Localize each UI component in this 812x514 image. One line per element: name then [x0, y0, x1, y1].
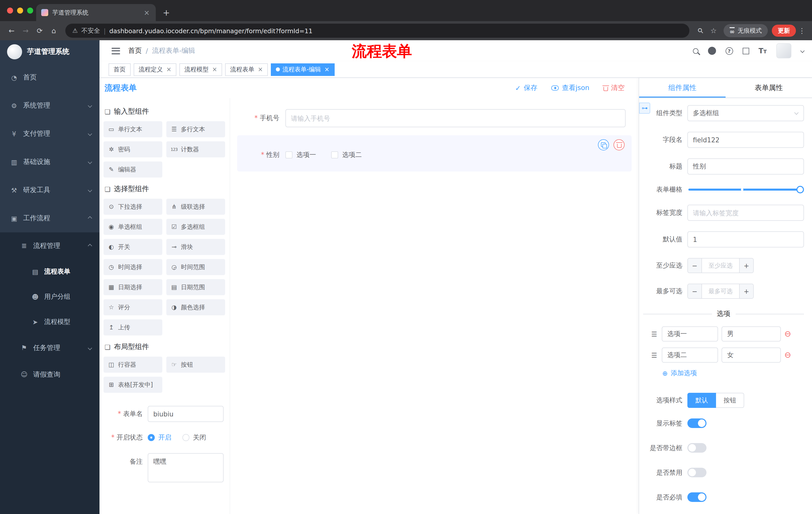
- browser-menu-icon[interactable]: ⋮: [797, 27, 807, 35]
- remove-option-icon[interactable]: ⊖: [784, 330, 791, 338]
- link-icon[interactable]: ⊶: [639, 103, 650, 114]
- address-bar[interactable]: ⚠ 不安全 | dashboard.yudao.iocoder.cn/bpm/m…: [65, 24, 689, 38]
- gender-option-1-checkbox[interactable]: 选项一: [285, 151, 316, 159]
- sidebar-item-user-group[interactable]: ☻ 用户分组: [0, 284, 99, 309]
- palette-item-cascader[interactable]: ⋔ 级联选择: [166, 199, 225, 215]
- browser-tab[interactable]: 芋道管理系统 ×: [36, 4, 156, 21]
- form-grid-slider[interactable]: [688, 189, 800, 191]
- new-tab-button[interactable]: +: [160, 6, 173, 19]
- palette-item-single-line-text[interactable]: ▭ 单行文本: [104, 121, 162, 137]
- remove-option-icon[interactable]: ⊖: [784, 351, 791, 359]
- palette-item-textarea[interactable]: ☰ 多行文本: [166, 121, 225, 137]
- tab-close-icon[interactable]: ×: [143, 8, 151, 17]
- sidebar-item-process-management[interactable]: ≣ 流程管理: [0, 232, 99, 259]
- search-icon[interactable]: [693, 48, 698, 54]
- help-icon[interactable]: ?: [725, 47, 733, 55]
- tag-process-definition[interactable]: 流程定义 ×: [134, 63, 176, 76]
- home-icon[interactable]: ⌂: [47, 24, 60, 37]
- sidebar-item-dev-tools[interactable]: ⚒ 研发工具: [0, 176, 99, 204]
- form-name-input[interactable]: [148, 406, 224, 422]
- tag-close-icon[interactable]: ×: [212, 66, 217, 73]
- sidebar-item-leave-query[interactable]: ☺ 请假查询: [0, 361, 99, 388]
- option-2-value-input[interactable]: [722, 348, 781, 362]
- palette-item-date-range[interactable]: ▤ 日期范围: [166, 279, 225, 295]
- style-button-button[interactable]: 按钮: [716, 393, 744, 408]
- user-avatar[interactable]: [776, 43, 791, 58]
- option-1-value-input[interactable]: [722, 326, 781, 342]
- form-remark-textarea[interactable]: 嘿嘿: [148, 453, 224, 482]
- sidebar-item-task-management[interactable]: ⚑ 任务管理: [0, 334, 99, 361]
- decrease-icon[interactable]: −: [688, 284, 702, 298]
- github-icon[interactable]: [708, 47, 716, 55]
- sidebar-item-workflow[interactable]: ▣ 工作流程: [0, 204, 99, 232]
- tab-component-props[interactable]: 组件属性: [639, 78, 726, 98]
- view-json-button[interactable]: 查看json: [551, 83, 589, 92]
- max-select-value[interactable]: 最多可选: [702, 284, 739, 298]
- palette-item-slider[interactable]: ⊸ 滑块: [166, 239, 225, 255]
- save-button[interactable]: ✓ 保存: [515, 83, 538, 92]
- disabled-switch[interactable]: [687, 468, 706, 477]
- gender-field-block-selected[interactable]: 性别 选项一 选项二: [237, 135, 632, 171]
- palette-item-select[interactable]: ⊙ 下拉选择: [104, 199, 162, 215]
- sidebar-item-process-form[interactable]: ▤ 流程表单: [0, 259, 99, 284]
- breadcrumb-home[interactable]: 首页: [128, 46, 142, 55]
- palette-item-time-range[interactable]: ◶ 时间范围: [166, 259, 225, 275]
- palette-item-checkbox-group[interactable]: ☑ 多选框组: [166, 219, 225, 235]
- drag-handle-icon[interactable]: ☰: [650, 330, 658, 338]
- option-1-label-input[interactable]: [662, 326, 718, 342]
- tag-close-icon[interactable]: ×: [166, 66, 171, 73]
- gender-option-2-checkbox[interactable]: 选项二: [331, 151, 362, 159]
- window-minimize-button[interactable]: [17, 7, 23, 13]
- phone-field-row[interactable]: 手机号: [237, 109, 632, 127]
- sidebar-item-home[interactable]: ◔ 首页: [0, 63, 99, 91]
- form-canvas[interactable]: 手机号: [230, 98, 639, 514]
- palette-item-button[interactable]: ☞ 按钮: [166, 357, 225, 373]
- default-value-input[interactable]: [687, 231, 804, 247]
- window-close-button[interactable]: [7, 7, 13, 13]
- back-icon[interactable]: ←: [5, 24, 18, 37]
- palette-item-switch[interactable]: ◐ 开关: [104, 239, 162, 255]
- palette-item-radio-group[interactable]: ◉ 单选框组: [104, 219, 162, 235]
- required-switch[interactable]: [687, 492, 706, 502]
- component-type-select[interactable]: 多选框组: [687, 105, 804, 121]
- sidebar-item-system-management[interactable]: ⚙ 系统管理: [0, 91, 99, 120]
- sidebar-item-process-model[interactable]: ➤ 流程模型: [0, 309, 99, 334]
- status-on-radio[interactable]: 开启: [148, 433, 171, 442]
- collapse-sidebar-icon[interactable]: [112, 48, 120, 54]
- copy-component-button[interactable]: [598, 139, 609, 151]
- option-2-label-input[interactable]: [662, 348, 718, 362]
- palette-item-editor[interactable]: ✎ 编辑器: [104, 161, 162, 178]
- incognito-badge[interactable]: ∞ 无痕模式: [724, 24, 768, 37]
- increase-icon[interactable]: +: [739, 284, 753, 298]
- title-input[interactable]: [687, 158, 804, 174]
- style-default-button[interactable]: 默认: [687, 393, 716, 408]
- reload-icon[interactable]: ⟳: [33, 24, 46, 37]
- tag-process-model[interactable]: 流程模型 ×: [179, 63, 222, 76]
- palette-item-date-picker[interactable]: ▦ 日期选择: [104, 279, 162, 295]
- tag-close-icon[interactable]: ×: [258, 66, 263, 73]
- add-option-button[interactable]: ⊕ 添加选项: [662, 369, 804, 378]
- fullscreen-icon[interactable]: [743, 48, 749, 54]
- min-select-value[interactable]: 至少应选: [702, 259, 739, 273]
- palette-item-row-container[interactable]: ◫ 行容器: [104, 357, 162, 373]
- palette-item-time-picker[interactable]: ◷ 时间选择: [104, 259, 162, 275]
- palette-item-password[interactable]: ✲ 密码: [104, 141, 162, 157]
- show-label-switch[interactable]: [687, 418, 706, 428]
- browser-update-button[interactable]: 更新: [772, 25, 796, 37]
- increase-icon[interactable]: +: [739, 259, 753, 273]
- tag-close-icon[interactable]: ×: [324, 66, 329, 73]
- status-off-radio[interactable]: 关闭: [182, 433, 206, 442]
- font-size-icon[interactable]: T T: [758, 47, 767, 55]
- label-width-input[interactable]: [687, 205, 804, 221]
- password-key-icon[interactable]: ⚲: [693, 24, 708, 38]
- tag-process-form-edit[interactable]: 流程表单-编辑 ×: [271, 63, 335, 76]
- tag-process-form[interactable]: 流程表单 ×: [225, 63, 268, 76]
- slider-handle[interactable]: [796, 186, 804, 193]
- palette-item-table[interactable]: ⊞ 表格[开发中]: [104, 377, 162, 393]
- palette-item-rate[interactable]: ☆ 评分: [104, 299, 162, 315]
- bordered-switch[interactable]: [687, 443, 706, 453]
- decrease-icon[interactable]: −: [688, 259, 702, 273]
- phone-input[interactable]: [285, 109, 626, 127]
- palette-item-upload[interactable]: ↥ 上传: [104, 319, 162, 335]
- delete-component-button[interactable]: [613, 139, 625, 151]
